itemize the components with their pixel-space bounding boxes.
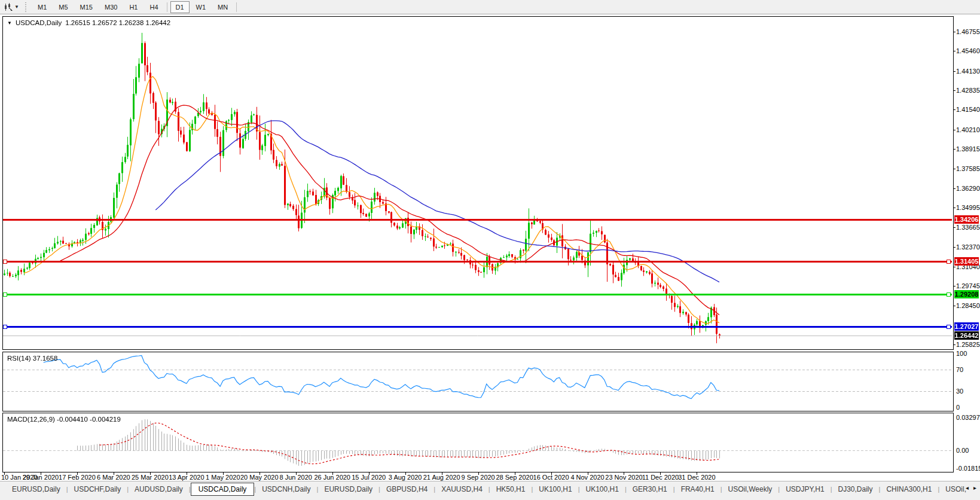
chart-cursor-icon[interactable] xyxy=(2,2,13,12)
timeframe-button-h4[interactable]: H4 xyxy=(144,1,163,13)
tab-scroll-arrows: ◂ ▸ xyxy=(966,484,976,491)
date-axis-tick-mark xyxy=(77,472,78,475)
date-axis-tick-mark xyxy=(4,472,5,475)
date-axis-tick-mark xyxy=(223,472,224,475)
price-axis-tick-mark xyxy=(953,208,955,208)
timeframe-button-m5[interactable]: M5 xyxy=(53,1,73,13)
price-axis-tick-label: 1.44130 xyxy=(956,68,980,75)
macd-indicator-panel[interactable]: MACD(12,26,9) -0.004410 -0.004219 xyxy=(2,413,954,472)
timeframe-button-d1[interactable]: D1 xyxy=(170,1,190,13)
chart-tab-uk100-h1[interactable]: UK100,H1 xyxy=(580,483,625,496)
timeframe-button-m1[interactable]: M1 xyxy=(32,1,52,13)
chart-tab-ger30-h1[interactable]: GER30,H1 xyxy=(627,483,673,496)
chart-title: ▼ USDCAD,Daily 1.26515 1.26572 1.26238 1… xyxy=(7,19,170,26)
chart-tab-fra40-h1[interactable]: FRA40,H1 xyxy=(675,483,721,496)
price-axis-tick-label: 1.34995 xyxy=(956,204,980,211)
price-axis-tick-label: 1.32370 xyxy=(956,243,980,251)
price-axis-tick-label: 1.25825 xyxy=(956,341,980,348)
timeframe-button-h1[interactable]: H1 xyxy=(124,1,143,13)
price-axis-tick-label: 1.42835 xyxy=(956,87,980,94)
price-axis-tick-mark xyxy=(953,306,955,306)
chart-tab-usoil-weekly[interactable]: USOil,Weekly xyxy=(722,483,778,496)
price-axis-tick-mark xyxy=(953,32,955,32)
date-axis-tick-mark xyxy=(296,472,297,475)
price-axis-tick-label: 1.38915 xyxy=(956,145,980,153)
date-axis-tick-mark xyxy=(114,472,114,475)
chart-tab-xauusd-h4[interactable]: XAUUSD,H4 xyxy=(435,483,489,496)
price-chart-panel[interactable]: ▼ USDCAD,Daily 1.26515 1.26572 1.26238 1… xyxy=(2,16,954,350)
toolbar-separator xyxy=(167,2,167,12)
price-axis-tick-mark xyxy=(953,169,955,169)
rsi-axis-label: 100 xyxy=(956,350,967,357)
chart-tab-uk100-h1[interactable]: UK100,H1 xyxy=(533,483,578,496)
line-selection-handle[interactable] xyxy=(3,292,7,297)
macd-axis-label: 0.00 xyxy=(956,447,969,454)
date-axis-tick-mark xyxy=(405,472,406,475)
chart-tab-hk50-h1[interactable]: HK50,H1 xyxy=(490,483,532,496)
timeframe-button-w1[interactable]: W1 xyxy=(191,1,212,13)
timeframe-button-mn[interactable]: MN xyxy=(212,1,233,13)
timeframe-button-m15[interactable]: M15 xyxy=(75,1,98,13)
rsi-axis-label: 70 xyxy=(956,366,963,373)
tab-scroll-right-icon[interactable]: ▸ xyxy=(973,484,976,491)
price-axis-tick-mark xyxy=(953,51,955,51)
price-axis-tick-mark xyxy=(953,344,955,345)
line-selection-handle[interactable] xyxy=(947,325,951,329)
date-axis-tick-mark xyxy=(660,472,661,475)
line-selection-handle[interactable] xyxy=(3,260,7,264)
date-axis-tick-mark xyxy=(259,472,260,475)
price-axis-tick-label: 1.36290 xyxy=(956,185,980,192)
price-axis-tick-mark xyxy=(953,90,955,91)
timeframe-buttons-group: M1M5M15M30H1H4D1W1MN xyxy=(32,1,239,13)
price-axis-tick-label: 1.29745 xyxy=(956,282,980,289)
current-price-badge: 1.26442 xyxy=(954,331,979,340)
chart-tab-usdcad-daily[interactable]: USDCAD,Daily xyxy=(191,483,255,496)
timeframe-button-m30[interactable]: M30 xyxy=(99,1,123,13)
chart-tab-audusd-daily[interactable]: AUDUSD,Daily xyxy=(129,483,189,496)
macd-axis-label: 0.032972 xyxy=(956,414,980,421)
line-selection-handle[interactable] xyxy=(947,292,951,297)
collapse-triangle-icon[interactable]: ▼ xyxy=(7,20,12,26)
chart-tab-eurusd-daily[interactable]: EURUSD,Daily xyxy=(318,483,378,496)
rsi-chart-canvas[interactable] xyxy=(3,352,952,410)
dropdown-arrow-icon[interactable]: ▼ xyxy=(13,4,20,10)
price-axis-tick-mark xyxy=(953,267,955,267)
price-axis-tick-mark xyxy=(953,130,955,130)
rsi-axis-label: 0 xyxy=(956,404,960,411)
date-axis-tick-mark xyxy=(442,472,442,475)
date-axis-tick-mark xyxy=(150,472,151,475)
date-axis-tick-mark xyxy=(515,472,515,475)
chart-tab-eurusd-daily[interactable]: EURUSD,Daily xyxy=(6,483,66,496)
chart-tab-gbpusd-h4[interactable]: GBPUSD,H4 xyxy=(380,483,433,496)
candlestick-chart-canvas[interactable] xyxy=(3,17,952,348)
rsi-indicator-panel[interactable]: RSI(14) 37.1658 xyxy=(2,352,954,411)
macd-chart-canvas[interactable] xyxy=(3,413,952,471)
chart-tab-china300-h1[interactable]: CHINA300,H1 xyxy=(880,483,938,496)
chart-tab-usdjpy-h1[interactable]: USDJPY,H1 xyxy=(780,483,830,496)
macd-axis-label: -0.018154 xyxy=(956,465,980,472)
price-line-badge: 1.34206 xyxy=(954,215,979,224)
date-axis-tick-mark xyxy=(332,472,333,475)
date-axis-tick-mark xyxy=(697,472,697,475)
rsi-axis-label: 30 xyxy=(956,388,963,395)
date-axis-tick-mark xyxy=(551,472,552,475)
line-selection-handle[interactable] xyxy=(3,325,7,329)
tab-scroll-left-icon[interactable]: ◂ xyxy=(966,484,969,491)
chart-tab-usdcnh-daily[interactable]: USDCNH,Daily xyxy=(256,483,316,496)
chart-tab-dj30-daily[interactable]: DJ30,Daily xyxy=(832,483,879,496)
price-axis-tick-mark xyxy=(953,188,955,189)
symbol-tab-bar: EURUSD,Daily|USDCHF,Daily|AUDUSD,Daily|U… xyxy=(0,481,980,496)
price-axis-tick-mark xyxy=(953,149,955,150)
price-line-badge: 1.29208 xyxy=(954,290,979,298)
status-strip xyxy=(0,496,980,500)
date-axis-tick-mark xyxy=(588,472,588,475)
chart-ohlc-quotes: 1.26515 1.26572 1.26238 1.26442 xyxy=(65,19,170,26)
toolbar-grip[interactable] xyxy=(24,2,27,12)
price-axis-tick-label: 1.28450 xyxy=(956,302,980,309)
price-line-badge: 1.31405 xyxy=(954,257,979,266)
line-selection-handle[interactable] xyxy=(947,260,951,264)
chart-tab-usdchf-daily[interactable]: USDCHF,Daily xyxy=(68,483,127,496)
price-axis-tick-mark xyxy=(953,109,955,110)
price-axis-tick-mark xyxy=(953,286,955,286)
price-axis-tick-label: 1.33665 xyxy=(956,224,980,231)
